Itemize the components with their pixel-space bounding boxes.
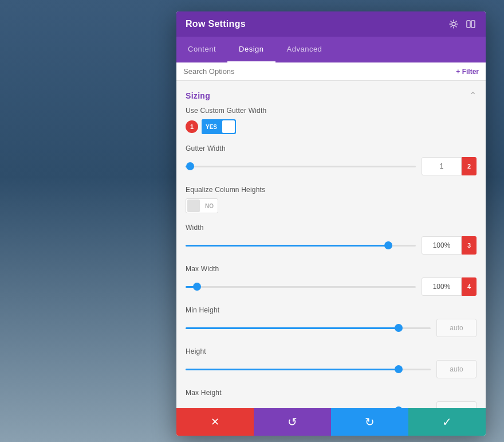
- cancel-button[interactable]: ✕: [176, 408, 254, 436]
- slider-thumb[interactable]: [384, 241, 392, 249]
- max-width-label: Max Width: [186, 265, 477, 273]
- badge-3: 3: [462, 236, 477, 255]
- width-slider[interactable]: [186, 240, 416, 251]
- gutter-width-slider[interactable]: [186, 161, 416, 172]
- min-height-input[interactable]: [436, 319, 477, 337]
- cancel-icon: ✕: [211, 416, 219, 428]
- slider-thumb[interactable]: [193, 283, 201, 291]
- setting-min-height: Min Height: [186, 306, 477, 337]
- slider-fill: [186, 327, 399, 329]
- max-height-label: Max Height: [186, 389, 477, 397]
- undo-icon: ↺: [288, 415, 297, 429]
- height-control: [186, 360, 477, 378]
- use-custom-gutter-width-control: 1 YES: [186, 119, 477, 134]
- tab-content[interactable]: Content: [176, 37, 227, 62]
- equalize-column-heights-label: Equalize Column Heights: [186, 186, 477, 194]
- slider-thumb[interactable]: [186, 162, 194, 170]
- header-icons: [448, 18, 477, 30]
- badge-2: 2: [462, 157, 477, 175]
- width-control: 3: [186, 236, 477, 255]
- panel-header: Row Settings: [176, 11, 486, 37]
- search-input[interactable]: [183, 67, 456, 76]
- settings-icon[interactable]: [448, 18, 459, 30]
- badge-1: 1: [186, 120, 198, 133]
- width-value-wrap: 3: [422, 236, 477, 255]
- undo-button[interactable]: ↺: [254, 408, 331, 436]
- max-height-control: [186, 401, 477, 408]
- max-width-value-wrap: 4: [422, 277, 477, 296]
- equalize-toggle-off[interactable]: NO: [186, 198, 218, 213]
- min-height-slider[interactable]: [186, 322, 431, 334]
- svg-rect-2: [471, 21, 475, 28]
- gutter-toggle-on[interactable]: YES: [202, 119, 236, 134]
- gutter-width-input[interactable]: [422, 157, 462, 175]
- max-width-input[interactable]: [422, 277, 462, 296]
- filter-button[interactable]: + Filter: [456, 68, 479, 76]
- slider-track: [186, 369, 431, 370]
- slider-fill: [186, 369, 399, 370]
- section-title: Sizing: [186, 91, 210, 100]
- toggle-no-label: NO: [201, 199, 218, 213]
- setting-max-height: Max Height: [186, 389, 477, 408]
- min-height-control: [186, 319, 477, 337]
- search-bar: + Filter: [176, 62, 486, 81]
- gutter-width-control: 2: [186, 157, 477, 175]
- slider-thumb[interactable]: [395, 406, 403, 408]
- max-width-slider[interactable]: [186, 281, 416, 292]
- max-height-input[interactable]: [436, 401, 477, 408]
- bottom-bar: ✕ ↺ ↻ ✓: [176, 408, 486, 436]
- width-label: Width: [186, 224, 477, 232]
- sizing-section-header: Sizing ⌃: [186, 81, 477, 107]
- badge-4: 4: [462, 277, 477, 296]
- svg-point-0: [452, 22, 455, 26]
- use-custom-gutter-width-label: Use Custom Gutter Width: [186, 107, 477, 115]
- gutter-width-label: Gutter Width: [186, 144, 477, 152]
- toggle-knob: [222, 120, 235, 133]
- collapse-icon[interactable]: ⌃: [469, 90, 477, 101]
- setting-max-width: Max Width 4: [186, 265, 477, 296]
- redo-icon: ↻: [365, 415, 375, 429]
- slider-thumb[interactable]: [395, 324, 403, 332]
- tab-design[interactable]: Design: [227, 37, 275, 62]
- max-height-slider[interactable]: [186, 405, 431, 408]
- setting-width: Width 3: [186, 224, 477, 255]
- tabs: Content Design Advanced: [176, 37, 486, 62]
- save-icon: ✓: [442, 415, 452, 429]
- slider-track: [186, 166, 416, 167]
- equalize-column-heights-control: NO: [186, 198, 477, 213]
- toggle-yes-label: YES: [202, 119, 221, 134]
- columns-icon[interactable]: [465, 18, 477, 30]
- setting-equalize-column-heights: Equalize Column Heights NO: [186, 186, 477, 213]
- height-input[interactable]: [436, 360, 477, 378]
- tab-advanced[interactable]: Advanced: [275, 37, 334, 62]
- content-area: Sizing ⌃ Use Custom Gutter Width 1 YES G…: [176, 81, 486, 408]
- svg-rect-1: [467, 21, 470, 28]
- slider-fill: [186, 245, 388, 247]
- slider-track: [186, 286, 416, 288]
- width-input[interactable]: [422, 236, 462, 255]
- toggle-knob-off: [187, 200, 200, 212]
- max-width-control: 4: [186, 277, 477, 296]
- slider-track: [186, 327, 431, 329]
- setting-use-custom-gutter-width: Use Custom Gutter Width 1 YES: [186, 107, 477, 134]
- min-height-label: Min Height: [186, 306, 477, 314]
- setting-gutter-width: Gutter Width 2: [186, 144, 477, 175]
- setting-height: Height: [186, 347, 477, 378]
- height-label: Height: [186, 347, 477, 355]
- height-slider[interactable]: [186, 363, 431, 375]
- gutter-width-value-wrap: 2: [422, 157, 477, 175]
- slider-track: [186, 245, 416, 247]
- redo-button[interactable]: ↻: [331, 408, 408, 436]
- settings-panel: Row Settings Content Design Advanced + F…: [176, 11, 486, 436]
- save-button[interactable]: ✓: [408, 408, 486, 436]
- panel-title: Row Settings: [186, 19, 246, 29]
- slider-thumb[interactable]: [395, 365, 403, 373]
